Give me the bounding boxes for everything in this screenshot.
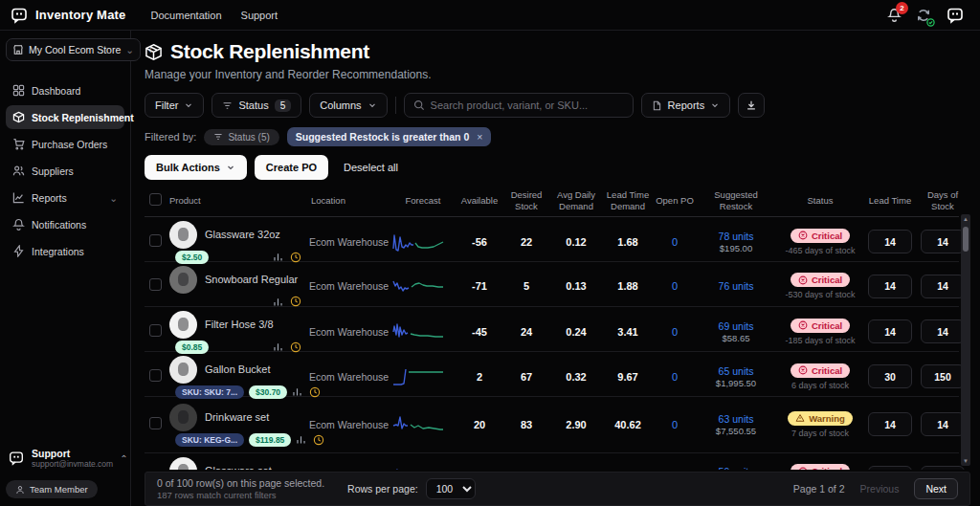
column-header-lead-time[interactable]: Lead Time: [864, 195, 916, 207]
scroll-down-arrow-icon[interactable]: ▼: [961, 456, 970, 466]
product-name[interactable]: Drinkware set: [205, 411, 269, 423]
lead-time-input[interactable]: [868, 364, 912, 388]
spark-history-line: [393, 417, 408, 429]
lead-time-demand-cell: 1.68: [602, 236, 654, 248]
scrollbar-thumb[interactable]: [963, 227, 969, 252]
column-header-location[interactable]: Location: [309, 195, 390, 207]
column-header-status[interactable]: Status: [776, 195, 864, 207]
column-header-lead-time-demand[interactable]: Lead Time Demand: [602, 189, 654, 212]
history-chart-icon[interactable]: [296, 434, 306, 445]
row-checkbox[interactable]: [149, 417, 162, 429]
notifications-button[interactable]: 2: [887, 8, 902, 22]
search-input[interactable]: [431, 99, 624, 111]
nav-link-documentation[interactable]: Documentation: [151, 10, 222, 21]
nav-link-support[interactable]: Support: [241, 10, 278, 21]
column-header-desired-stock[interactable]: Desired Stock: [502, 189, 550, 212]
lead-time-input[interactable]: [868, 230, 912, 253]
reports-button[interactable]: Reports: [641, 93, 731, 118]
product-name[interactable]: Gallon Bucket: [205, 363, 270, 375]
rows-per-page-select[interactable]: 100: [426, 478, 476, 499]
sidebar-item-reports[interactable]: Reports ⌄: [6, 186, 124, 209]
restock-units[interactable]: 59 units: [696, 466, 776, 469]
days-of-stock-input[interactable]: [921, 275, 965, 298]
days-of-stock-input[interactable]: [921, 230, 965, 253]
product-name[interactable]: Glassware 32oz: [205, 229, 280, 240]
bell-icon: [12, 218, 25, 231]
row-checkbox[interactable]: [149, 278, 162, 291]
open-po-link[interactable]: 0: [654, 371, 696, 383]
download-button[interactable]: [738, 93, 765, 118]
history-chart-icon[interactable]: [273, 297, 283, 307]
support-account[interactable]: Support support@invmate.com ⌃: [6, 444, 124, 473]
topbar: Inventory Mate Documentation Support 2: [0, 0, 980, 31]
clock-icon[interactable]: [290, 296, 301, 307]
days-of-stock-input[interactable]: [921, 319, 965, 343]
restock-units[interactable]: 63 units: [696, 413, 776, 425]
select-all-checkbox[interactable]: [149, 193, 162, 206]
lead-time-demand-cell: 3.41: [602, 326, 654, 338]
open-po-link[interactable]: 0: [654, 236, 696, 248]
column-header-available[interactable]: Available: [457, 195, 502, 207]
history-chart-icon[interactable]: [273, 341, 283, 352]
previous-page-button[interactable]: Previous: [860, 483, 900, 495]
history-chart-icon[interactable]: [292, 386, 302, 397]
sidebar-item-suppliers[interactable]: Suppliers: [6, 159, 124, 183]
restock-units[interactable]: 69 units: [696, 320, 776, 332]
clock-icon[interactable]: [313, 434, 324, 446]
store-name: My Cool Ecom Store: [29, 44, 121, 55]
deselect-all-button[interactable]: Deselect all: [336, 162, 406, 173]
days-of-stock-input[interactable]: [921, 364, 965, 388]
column-header-avg-daily-demand[interactable]: Avg Daily Demand: [550, 189, 602, 212]
restock-units[interactable]: 78 units: [696, 231, 776, 242]
product-name[interactable]: Snowboard Regular: [205, 274, 298, 285]
status-filter-button[interactable]: Status 5: [212, 93, 301, 118]
sync-status-button[interactable]: [916, 8, 931, 23]
filter-button[interactable]: Filter: [145, 93, 204, 118]
table-scrollbar[interactable]: ▲ ▼: [961, 214, 970, 466]
bulk-actions-button[interactable]: Bulk Actions: [145, 155, 247, 180]
row-checkbox[interactable]: [149, 234, 162, 247]
scroll-up-arrow-icon[interactable]: ▲: [961, 214, 970, 224]
sidebar-item-stock-replenishment[interactable]: Stock Replenishment: [6, 105, 124, 129]
role-badge[interactable]: Team Member: [6, 480, 98, 498]
restock-filter-chip[interactable]: Suggested Restock is greater than 0 ×: [287, 127, 492, 146]
column-header-days-of-stock[interactable]: Days of Stock: [916, 189, 969, 212]
forecast-sparkline: [391, 231, 455, 253]
store-selector[interactable]: My Cool Ecom Store ⌄: [6, 38, 141, 61]
close-icon[interactable]: ×: [477, 131, 482, 143]
row-checkbox[interactable]: [149, 324, 162, 337]
product-name[interactable]: Glassware set: [205, 465, 272, 469]
days-of-stock-input[interactable]: [921, 412, 965, 436]
lead-time-input[interactable]: [868, 412, 912, 436]
row-checkbox[interactable]: [149, 369, 162, 382]
user-avatar[interactable]: [946, 6, 965, 25]
column-header-suggested-restock[interactable]: Suggested Restock: [696, 189, 776, 212]
open-po-link[interactable]: 0: [654, 280, 696, 292]
column-header-open-po[interactable]: Open PO: [654, 195, 696, 207]
available-cell: -56: [457, 236, 502, 248]
status-filter-chip[interactable]: Status (5): [204, 129, 278, 145]
restock-units[interactable]: 76 units: [696, 280, 776, 292]
sidebar-item-dashboard[interactable]: Dashboard: [6, 78, 124, 102]
sidebar-item-purchase-orders[interactable]: Purchase Orders: [6, 132, 124, 156]
sidebar-item-notifications[interactable]: Notifications: [6, 212, 124, 236]
restock-units[interactable]: 65 units: [696, 365, 776, 377]
table-row: Filter Hose 3/8 $0.85 Ecom Warehouse -45…: [145, 307, 959, 352]
lead-time-input[interactable]: [868, 319, 912, 343]
open-po-link[interactable]: 0: [654, 419, 696, 430]
open-po-link[interactable]: 0: [654, 326, 696, 338]
history-chart-icon[interactable]: [273, 252, 283, 262]
column-header-forecast[interactable]: Forecast: [390, 195, 457, 207]
product-name[interactable]: Filter Hose 3/8: [205, 319, 274, 330]
sidebar-item-integrations[interactable]: Integrations: [6, 239, 124, 263]
column-header-product[interactable]: Product: [167, 195, 309, 207]
create-po-button[interactable]: Create PO: [255, 155, 328, 180]
columns-button[interactable]: Columns: [309, 93, 387, 118]
days-of-stock-input[interactable]: [921, 466, 965, 470]
next-page-button[interactable]: Next: [914, 478, 958, 499]
avg-daily-demand-cell: 2.90: [550, 419, 602, 430]
lead-time-input[interactable]: [868, 275, 912, 298]
lead-time-input[interactable]: [868, 466, 912, 470]
search-box[interactable]: [404, 93, 634, 118]
package-icon: [12, 111, 25, 123]
